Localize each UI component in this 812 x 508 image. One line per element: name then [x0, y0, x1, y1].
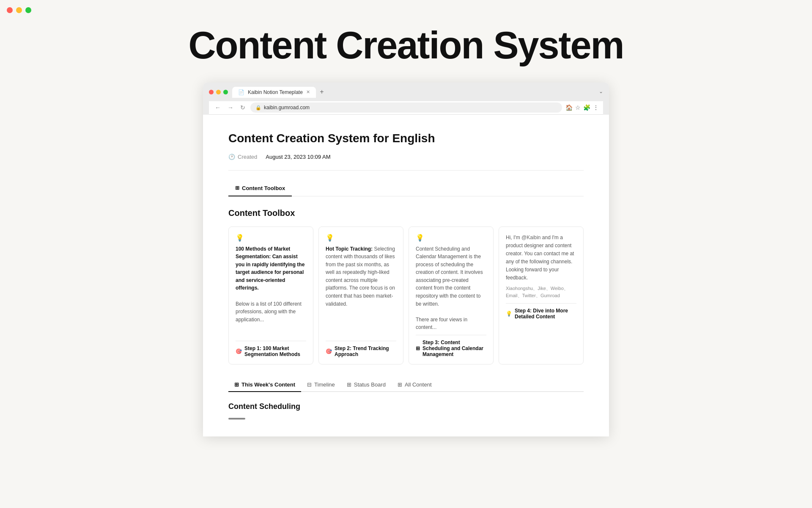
scheduling-heading: Content Scheduling — [228, 402, 584, 411]
tab-this-weeks-content[interactable]: ⊞ This Week's Content — [228, 378, 301, 392]
created-value: August 23, 2023 10:09 AM — [266, 154, 330, 160]
browser-chrome: 📄 Kaibin Notion Temeplate ✕ + ⌄ ← → ↻ 🔒 … — [203, 83, 609, 115]
card-2-footer-label: Step 2: Trend Tracking Approach — [335, 345, 396, 357]
browser-forward-button[interactable]: → — [226, 103, 235, 112]
mac-minimize-button[interactable] — [16, 7, 22, 13]
tab-this-weeks-label: This Week's Content — [241, 381, 295, 388]
browser-tab-favicon: 📄 — [238, 89, 244, 95]
notion-page-content: Content Creation System for English 🕐 Cr… — [203, 115, 609, 437]
browser-close-dot[interactable] — [209, 90, 214, 94]
cards-grid: 💡 100 Methods of Market Segmentation: Ca… — [228, 226, 584, 365]
card-1: 💡 100 Methods of Market Segmentation: Ca… — [228, 226, 313, 365]
browser-tabs: 📄 Kaibin Notion Temeplate ✕ + — [232, 87, 327, 98]
browser-home-icon[interactable]: 🏠 — [565, 104, 573, 111]
card-4-footer-icon: 💡 — [506, 311, 512, 317]
top-tab-bar: ⊞ Content Toolbox — [228, 181, 584, 196]
card-2: 💡 Hot Topic Tracking: Selecting content … — [318, 226, 403, 365]
tab-timeline-label: Timeline — [314, 381, 335, 388]
content-toolbox-tab-icon: ⊞ — [235, 185, 239, 191]
card-4-contact: Hi, I'm @Kaibin and I'm a product design… — [506, 234, 576, 300]
browser-back-button[interactable]: ← — [213, 103, 222, 112]
bottom-tab-bar: ⊞ This Week's Content ⊟ Timeline ⊞ Statu… — [228, 378, 584, 392]
card-1-footer-label: Step 1: 100 Market Segmentation Methods — [244, 345, 306, 357]
created-label: 🕐 Created — [228, 154, 257, 160]
tab-all-content[interactable]: ⊞ All Content — [392, 378, 438, 392]
browser-star-icon[interactable]: ☆ — [575, 104, 581, 111]
browser-action-icons: 🏠 ☆ 🧩 ⋮ — [565, 104, 599, 111]
scheduling-divider-bar — [228, 418, 245, 420]
card-3-body: Content Scheduling and Calendar Manageme… — [416, 245, 486, 332]
clock-icon: 🕐 — [228, 154, 235, 160]
browser-refresh-button[interactable]: ↻ — [239, 103, 247, 112]
card-3-footer[interactable]: ⊞ Step 3: Content Scheduling and Calenda… — [416, 335, 486, 357]
meta-row: 🕐 Created August 23, 2023 10:09 AM — [228, 154, 584, 171]
tab-all-content-icon: ⊞ — [398, 381, 402, 388]
browser-addressbar: ← → ↻ 🔒 kaibin.gumroad.com 🏠 ☆ 🧩 ⋮ — [209, 101, 603, 115]
card-1-footer-icon: 🎯 — [236, 348, 242, 354]
tab-timeline[interactable]: ⊟ Timeline — [301, 378, 341, 392]
browser-extension-icon[interactable]: 🧩 — [583, 104, 590, 111]
notion-page-title: Content Creation System for English — [228, 132, 584, 145]
card-1-body: 100 Methods of Market Segmentation: Can … — [236, 245, 306, 338]
browser-chrome-top: 📄 Kaibin Notion Temeplate ✕ + ⌄ — [209, 87, 603, 98]
content-toolbox-heading: Content Toolbox — [228, 208, 584, 218]
browser-lock-icon: 🔒 — [255, 105, 261, 110]
card-4: Hi, I'm @Kaibin and I'm a product design… — [499, 226, 584, 365]
mac-titlebar — [0, 0, 812, 20]
card-3: 💡 Content Scheduling and Calendar Manage… — [409, 226, 494, 365]
browser-new-tab-button[interactable]: + — [317, 87, 327, 97]
browser-collapse-button[interactable]: ⌄ — [599, 88, 603, 94]
tab-content-toolbox[interactable]: ⊞ Content Toolbox — [228, 181, 292, 196]
tab-status-board[interactable]: ⊞ Status Board — [341, 378, 392, 392]
browser-tab-label: Kaibin Notion Temeplate — [248, 89, 303, 95]
tab-status-icon: ⊞ — [347, 381, 351, 388]
browser-menu-icon[interactable]: ⋮ — [593, 104, 599, 111]
mac-maximize-button[interactable] — [25, 7, 31, 13]
content-toolbox-tab-label: Content Toolbox — [242, 185, 285, 191]
card-2-body: Hot Topic Tracking: Selecting content wi… — [326, 245, 396, 338]
browser-mockup: 📄 Kaibin Notion Temeplate ✕ + ⌄ ← → ↻ 🔒 … — [203, 83, 609, 437]
mac-close-button[interactable] — [7, 7, 13, 13]
card-4-channels: Xiaohongshu、Jike、Weibo、Email、Twitter、Gum… — [506, 285, 576, 300]
tab-this-weeks-icon: ⊞ — [234, 381, 239, 388]
card-2-footer[interactable]: 🎯 Step 2: Trend Tracking Approach — [326, 341, 396, 357]
card-4-footer-label: Step 4: Dive into More Detailed Content — [515, 308, 576, 320]
card-1-icon: 💡 — [236, 234, 306, 242]
hero-title: Content Creation System — [8, 25, 804, 66]
card-1-footer[interactable]: 🎯 Step 1: 100 Market Segmentation Method… — [236, 341, 306, 357]
card-4-footer[interactable]: 💡 Step 4: Dive into More Detailed Conten… — [506, 303, 576, 320]
card-3-footer-label: Step 3: Content Scheduling and Calendar … — [422, 340, 486, 357]
card-2-icon: 💡 — [326, 234, 396, 242]
browser-tab-active[interactable]: 📄 Kaibin Notion Temeplate ✕ — [232, 87, 316, 98]
tab-timeline-icon: ⊟ — [307, 381, 312, 388]
tab-all-content-label: All Content — [405, 381, 432, 388]
browser-maximize-dot[interactable] — [223, 90, 228, 94]
card-3-icon: 💡 — [416, 234, 486, 242]
card-3-footer-icon: ⊞ — [416, 345, 420, 351]
browser-tab-close-button[interactable]: ✕ — [306, 89, 310, 95]
browser-url-input[interactable]: 🔒 kaibin.gumroad.com — [250, 102, 562, 113]
card-2-footer-icon: 🎯 — [326, 348, 332, 354]
tab-status-label: Status Board — [354, 381, 386, 388]
browser-url-text: kaibin.gumroad.com — [264, 105, 310, 110]
browser-minimize-dot[interactable] — [216, 90, 221, 94]
card-4-mention: @Kaibin — [521, 235, 541, 240]
browser-window-controls — [209, 90, 228, 94]
mac-window-controls — [7, 7, 31, 13]
